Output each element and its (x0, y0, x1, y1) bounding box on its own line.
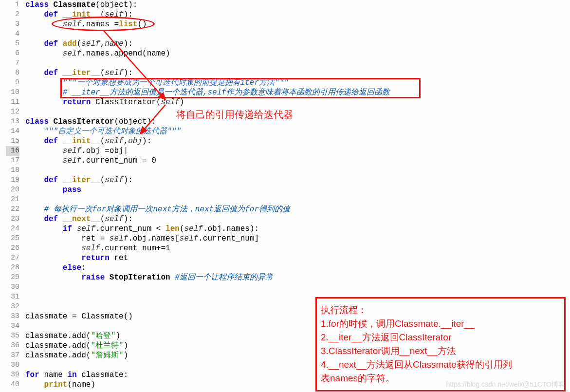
code-line[interactable] (25, 107, 570, 117)
code-line[interactable] (25, 58, 570, 68)
code-line[interactable]: pass (25, 185, 570, 195)
line-number: 22 (6, 205, 19, 214)
code-line[interactable]: def __init__(self): (25, 10, 570, 19)
line-number: 31 (6, 292, 19, 302)
code-line[interactable]: return ret (25, 253, 570, 263)
line-number: 4 (6, 29, 19, 39)
line-number: 15 (6, 136, 19, 146)
code-line[interactable]: def __next__(self): (25, 214, 570, 224)
code-line[interactable]: self.current_num = 0 (25, 156, 570, 166)
code-line[interactable]: self.obj =obj| (25, 146, 570, 156)
watermark: https://blog.csdn.net/weix@51CTO博客 (446, 380, 565, 389)
line-number: 21 (6, 195, 19, 205)
code-line[interactable] (25, 282, 570, 292)
code-line[interactable]: raise StopIteration #返回一个让程序结束的异常 (25, 273, 570, 282)
code-line[interactable]: ret = self.obj.names[self.current_num] (25, 234, 570, 243)
code-line[interactable]: """自定义一个可迭代对象的迭代器""" (25, 127, 570, 136)
annotation-label: 将自己的引用传递给迭代器 (176, 108, 293, 121)
code-line[interactable]: self.current_num+=1 (25, 243, 570, 253)
annotation-flow-box: 执行流程： 1.for的时候，调用Classmate.__iter__ 2.__… (315, 297, 566, 392)
note-item: 3.ClassIterator调用__next__方法 (321, 344, 560, 358)
line-number: 28 (6, 263, 19, 273)
line-number: 26 (6, 243, 19, 253)
code-line[interactable]: return ClassIterator(self) (25, 97, 570, 107)
line-number: 24 (6, 224, 19, 234)
line-number: 25 (6, 234, 19, 243)
line-number: 7 (6, 58, 19, 68)
line-number: 32 (6, 302, 19, 312)
code-line[interactable] (25, 195, 570, 205)
code-line[interactable]: if self.current_num < len(self.obj.names… (25, 224, 570, 234)
line-number: 5 (6, 39, 19, 49)
line-number: 1 (6, 0, 19, 10)
line-number: 40 (6, 380, 19, 390)
line-number: 36 (6, 341, 19, 351)
line-number: 27 (6, 253, 19, 263)
note-item: 2.__iter__方法返回ClassIterator (321, 331, 560, 344)
code-line[interactable]: def __init__(self,obj): (25, 136, 570, 146)
code-line[interactable]: self.names =list() (25, 19, 570, 29)
line-number: 34 (6, 321, 19, 331)
line-number: 14 (6, 127, 19, 136)
note-title: 执行流程： (321, 303, 560, 317)
code-line[interactable] (25, 29, 570, 39)
line-number: 38 (6, 360, 19, 370)
line-number: 29 (6, 273, 19, 282)
code-line[interactable]: def __iter__(self): (25, 68, 570, 78)
line-number: 3 (6, 19, 19, 29)
code-line[interactable]: else: (25, 263, 570, 273)
line-number: 30 (6, 282, 19, 292)
code-line[interactable]: class Classmate(object): (25, 0, 570, 10)
line-number: 23 (6, 214, 19, 224)
code-line[interactable]: self.names.append(name) (25, 49, 570, 58)
line-number: 6 (6, 49, 19, 58)
line-number: 17 (6, 156, 19, 166)
line-number: 8 (6, 68, 19, 78)
line-gutter: 1234567891011121314151617181920212223242… (0, 0, 22, 392)
line-number: 11 (6, 97, 19, 107)
code-line[interactable]: # 每执行一次for对象调用一次next方法，next返回值为for得到的值 (25, 205, 570, 214)
code-line[interactable] (25, 166, 570, 175)
line-number: 18 (6, 166, 19, 175)
line-number: 35 (6, 331, 19, 341)
code-line[interactable]: # __iter__方法的返回值是一个迭代器,self作为参数意味着将本函数的引… (25, 88, 570, 97)
code-line[interactable]: def add(self,name): (25, 39, 570, 49)
line-number: 33 (6, 312, 19, 321)
line-number: 2 (6, 10, 19, 19)
line-number: 10 (6, 88, 19, 97)
line-number: 39 (6, 370, 19, 380)
code-line[interactable]: class ClassIterator(object): (25, 117, 570, 127)
code-line[interactable]: """一个对象想要成为一个可迭代对象的前提是拥有iter方法""" (25, 78, 570, 88)
line-number: 12 (6, 107, 19, 117)
line-number: 20 (6, 185, 19, 195)
line-number: 16 (6, 146, 19, 156)
code-line[interactable]: def __iter__(self): (25, 175, 570, 185)
line-number: 13 (6, 117, 19, 127)
note-item: 1.for的时候，调用Classmate.__iter__ (321, 317, 560, 331)
line-number: 19 (6, 175, 19, 185)
note-item: 4.__next__方法返回从Classmate获得的引用列 (321, 358, 560, 372)
line-number: 37 (6, 351, 19, 360)
line-number: 9 (6, 78, 19, 88)
